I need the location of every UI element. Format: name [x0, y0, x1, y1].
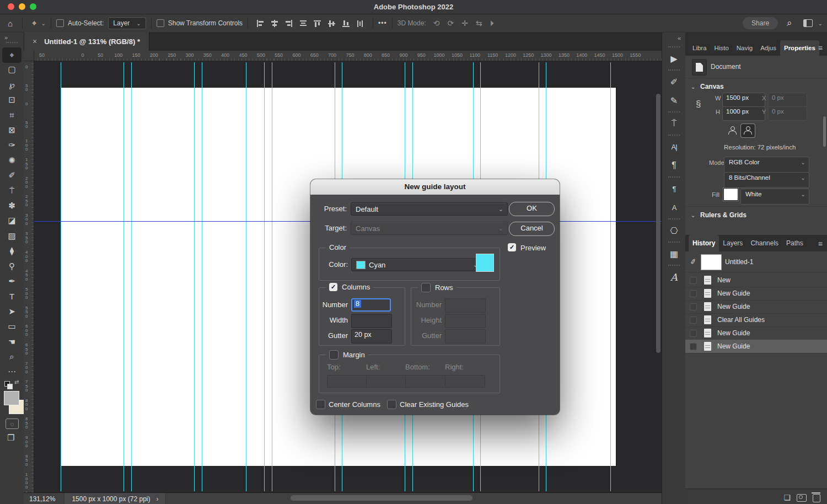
ok-button[interactable]: OK: [509, 202, 555, 216]
history-brush-source-icon[interactable]: ✐: [690, 257, 697, 266]
more-options-icon[interactable]: •••: [378, 19, 387, 27]
drag-handle[interactable]: [6, 42, 18, 43]
history-state-row[interactable]: New: [685, 274, 827, 287]
drag-handle[interactable]: [662, 175, 686, 179]
paragraph-panel-icon[interactable]: ¶: [662, 156, 686, 175]
delete-state-icon[interactable]: [813, 494, 820, 502]
search-icon[interactable]: ⌕: [787, 18, 792, 29]
columns-checkbox[interactable]: ✓: [329, 283, 337, 291]
lasso-tool[interactable]: ℘: [0, 78, 24, 92]
eraser-tool[interactable]: ◪: [0, 213, 24, 228]
history-source-checkbox[interactable]: [690, 317, 697, 324]
drag-handle[interactable]: [662, 240, 686, 244]
history-source-row[interactable]: ✐ Untitled-1: [685, 253, 827, 271]
3d-panel-icon[interactable]: ⎔: [662, 221, 686, 240]
columns-gutter-field[interactable]: 20 px: [351, 329, 392, 344]
home-icon[interactable]: ⌂: [8, 19, 13, 28]
history-state-row[interactable]: New Guide: [685, 340, 827, 353]
tab-adjus[interactable]: Adjus: [756, 40, 780, 56]
fill-color-swatch[interactable]: [723, 188, 738, 201]
rectangular-marquee-tool[interactable]: ▢: [0, 62, 24, 77]
crop-tool[interactable]: ⌗: [0, 108, 24, 122]
chevron-down-icon[interactable]: ⌄: [41, 20, 46, 26]
gradient-tool[interactable]: ▨: [0, 229, 24, 243]
clone-stamp-tool[interactable]: ⍑: [0, 184, 24, 198]
history-source-checkbox[interactable]: [690, 303, 697, 310]
color-mode-dropdown[interactable]: RGB Color⌄: [724, 157, 809, 173]
canvas-height-field[interactable]: 1000 px: [722, 106, 765, 121]
brushes-icon[interactable]: ✎: [662, 91, 686, 110]
columns-width-field[interactable]: [351, 314, 392, 328]
new-document-from-state-icon[interactable]: ❏: [783, 493, 791, 502]
dodge-tool[interactable]: ⚲: [0, 259, 24, 274]
tab-channels[interactable]: Channels: [747, 235, 782, 251]
character-panel-icon[interactable]: A|: [662, 137, 686, 156]
horizontal-ruler[interactable]: 5005010015020025030035040045050055060065…: [34, 51, 662, 61]
guide-color-dropdown[interactable]: Cyan ⌄: [351, 258, 482, 271]
drag-handle[interactable]: [662, 263, 686, 267]
history-state-row[interactable]: New Guide: [685, 300, 827, 314]
document-properties-icon[interactable]: [692, 59, 707, 76]
chevron-down-icon[interactable]: ⌄: [818, 20, 823, 26]
foreground-color-swatch[interactable]: [4, 391, 19, 405]
dialog-title[interactable]: New guide layout: [310, 179, 560, 195]
path-selection-tool[interactable]: ➤: [0, 304, 24, 319]
bit-depth-dropdown[interactable]: 8 Bits/Channel⌄: [724, 172, 809, 188]
type-tool[interactable]: T: [0, 289, 24, 303]
history-source-checkbox[interactable]: [690, 277, 697, 284]
tab-properties[interactable]: Properties: [780, 40, 819, 56]
collapse-dock-icon[interactable]: «: [678, 35, 681, 41]
history-source-checkbox[interactable]: [690, 343, 697, 350]
panel-menu-icon[interactable]: ≡: [818, 44, 823, 52]
move-tool-icon[interactable]: ⌖: [32, 18, 36, 28]
paragraph-styles-icon[interactable]: ¶: [662, 179, 686, 198]
preset-dropdown[interactable]: Default ⌄: [351, 202, 508, 216]
canvas-width-field[interactable]: 1500 px: [722, 93, 765, 107]
rows-checkbox[interactable]: [421, 283, 431, 292]
close-window-button[interactable]: [8, 3, 14, 10]
pattern-preview-icon[interactable]: ▦: [662, 244, 686, 263]
hand-tool[interactable]: ☚: [0, 335, 24, 349]
preview-checkbox[interactable]: ✓: [508, 243, 516, 251]
drag-handle[interactable]: [662, 68, 686, 72]
history-state-row[interactable]: New Guide: [685, 287, 827, 301]
collapse-section-icon[interactable]: ⌄: [691, 84, 695, 90]
distribute-horizontal-icon[interactable]: [357, 20, 364, 27]
history-state-row[interactable]: Clear All Guides: [685, 313, 827, 327]
blur-tool[interactable]: ⧫: [0, 244, 24, 258]
brush-settings-icon[interactable]: ✐: [662, 72, 686, 91]
drag-handle[interactable]: [662, 133, 686, 137]
object-selection-tool[interactable]: ⊡: [0, 93, 24, 107]
brush-tool[interactable]: ✐: [0, 168, 24, 183]
distribute-vertical-icon[interactable]: [299, 20, 307, 27]
vertical-ruler[interactable]: 0500501001502002503003504004505005506006…: [24, 61, 34, 492]
swap-colors-icon[interactable]: ⇄: [14, 379, 19, 385]
share-button[interactable]: Share: [743, 17, 778, 29]
character-styles-icon[interactable]: A: [662, 198, 686, 217]
collapse-section-icon[interactable]: ⌄: [691, 212, 695, 218]
link-dimensions-icon[interactable]: §: [696, 99, 701, 110]
rectangle-tool[interactable]: ▭: [0, 319, 24, 334]
minimize-window-button[interactable]: [19, 3, 25, 10]
fill-dropdown[interactable]: White⌄: [740, 189, 809, 205]
portrait-orientation-button[interactable]: [725, 124, 739, 137]
spot-healing-brush-tool[interactable]: ✺: [0, 153, 24, 168]
align-center-v-icon[interactable]: [328, 20, 336, 27]
edit-toolbar-icon[interactable]: ⋯: [0, 364, 24, 379]
history-state-row[interactable]: New Guide: [685, 326, 827, 340]
move-tool[interactable]: ⌖: [2, 47, 22, 63]
zoom-tool[interactable]: ⌕: [0, 350, 24, 364]
vertical-scrollbar[interactable]: [656, 94, 660, 353]
close-tab-icon[interactable]: ×: [33, 37, 37, 46]
frame-tool[interactable]: ⊠: [0, 123, 24, 137]
workspace-icon[interactable]: [803, 19, 813, 27]
zoom-window-button[interactable]: [30, 3, 36, 10]
tab-layers[interactable]: Layers: [719, 235, 747, 251]
align-right-icon[interactable]: [285, 20, 293, 27]
actions-icon[interactable]: ▶: [662, 49, 686, 68]
horizontal-scrollbar[interactable]: [291, 495, 472, 501]
align-left-icon[interactable]: [256, 20, 264, 27]
align-bottom-icon[interactable]: [342, 20, 350, 27]
history-source-checkbox[interactable]: [690, 330, 697, 337]
new-snapshot-icon[interactable]: [797, 494, 807, 502]
